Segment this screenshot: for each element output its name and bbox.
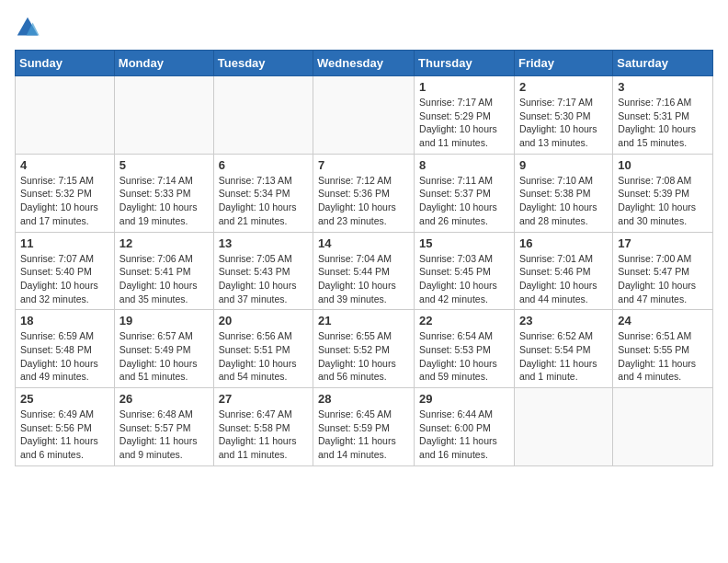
day-number: 26 [119,392,209,406]
calendar-cell [313,76,415,155]
day-number: 2 [519,80,608,94]
day-number: 19 [119,314,209,327]
calendar-cell: 22Sunrise: 6:54 AM Sunset: 5:53 PM Dayli… [415,310,515,388]
calendar-cell: 17Sunrise: 7:00 AM Sunset: 5:47 PM Dayli… [613,232,713,310]
day-number: 10 [618,158,708,172]
calendar-cell: 2Sunrise: 7:17 AM Sunset: 5:30 PM Daylig… [514,76,612,155]
calendar-cell: 19Sunrise: 6:57 AM Sunset: 5:49 PM Dayli… [114,310,213,388]
day-number: 17 [618,236,708,250]
day-info: Sunrise: 6:45 AM Sunset: 5:59 PM Dayligh… [318,408,409,462]
day-number: 24 [618,314,708,327]
weekday-header-monday: Monday [114,51,213,76]
day-number: 8 [419,158,509,172]
calendar-week-1: 1Sunrise: 7:17 AM Sunset: 5:29 PM Daylig… [16,76,713,155]
day-number: 20 [219,314,308,327]
calendar-cell: 27Sunrise: 6:47 AM Sunset: 5:58 PM Dayli… [213,388,313,466]
day-info: Sunrise: 6:55 AM Sunset: 5:52 PM Dayligh… [318,329,409,384]
day-info: Sunrise: 6:52 AM Sunset: 5:54 PM Dayligh… [519,329,608,384]
day-number: 29 [419,392,509,406]
day-info: Sunrise: 6:51 AM Sunset: 5:55 PM Dayligh… [618,329,708,384]
day-info: Sunrise: 7:07 AM Sunset: 5:40 PM Dayligh… [20,252,109,306]
day-info: Sunrise: 6:44 AM Sunset: 6:00 PM Dayligh… [419,408,509,462]
day-info: Sunrise: 7:14 AM Sunset: 5:33 PM Dayligh… [119,174,209,228]
day-info: Sunrise: 6:57 AM Sunset: 5:49 PM Dayligh… [119,329,209,384]
weekday-header-friday: Friday [514,51,612,76]
weekday-header-saturday: Saturday [613,51,713,76]
day-number: 3 [618,80,708,94]
calendar-cell: 12Sunrise: 7:06 AM Sunset: 5:41 PM Dayli… [114,232,213,310]
calendar-cell: 8Sunrise: 7:11 AM Sunset: 5:37 PM Daylig… [415,154,515,232]
day-number: 28 [318,392,409,406]
day-info: Sunrise: 6:49 AM Sunset: 5:56 PM Dayligh… [20,408,109,462]
calendar-cell [213,76,313,155]
calendar-week-5: 25Sunrise: 6:49 AM Sunset: 5:56 PM Dayli… [16,388,713,466]
day-info: Sunrise: 6:54 AM Sunset: 5:53 PM Dayligh… [419,329,509,384]
day-info: Sunrise: 6:56 AM Sunset: 5:51 PM Dayligh… [219,329,308,384]
day-info: Sunrise: 7:00 AM Sunset: 5:47 PM Dayligh… [618,252,708,306]
weekday-header-row: SundayMondayTuesdayWednesdayThursdayFrid… [16,51,713,76]
day-info: Sunrise: 7:05 AM Sunset: 5:43 PM Dayligh… [219,252,308,306]
calendar-cell: 11Sunrise: 7:07 AM Sunset: 5:40 PM Dayli… [16,232,115,310]
day-info: Sunrise: 6:59 AM Sunset: 5:48 PM Dayligh… [20,329,109,384]
calendar-cell: 4Sunrise: 7:15 AM Sunset: 5:32 PM Daylig… [16,154,115,232]
calendar-cell: 20Sunrise: 6:56 AM Sunset: 5:51 PM Dayli… [213,310,313,388]
calendar-cell: 28Sunrise: 6:45 AM Sunset: 5:59 PM Dayli… [313,388,415,466]
day-info: Sunrise: 7:11 AM Sunset: 5:37 PM Dayligh… [419,174,509,228]
calendar-cell: 3Sunrise: 7:16 AM Sunset: 5:31 PM Daylig… [613,76,713,155]
calendar-cell [114,76,213,155]
day-number: 4 [20,158,109,172]
day-number: 18 [20,314,109,327]
day-number: 22 [419,314,509,327]
calendar-week-4: 18Sunrise: 6:59 AM Sunset: 5:48 PM Dayli… [16,310,713,388]
header [15,15,713,40]
day-number: 23 [519,314,608,327]
day-info: Sunrise: 7:10 AM Sunset: 5:38 PM Dayligh… [519,174,608,228]
day-number: 21 [318,314,409,327]
calendar-cell [16,76,115,155]
calendar-cell: 6Sunrise: 7:13 AM Sunset: 5:34 PM Daylig… [213,154,313,232]
calendar-cell [514,388,612,466]
calendar-week-2: 4Sunrise: 7:15 AM Sunset: 5:32 PM Daylig… [16,154,713,232]
calendar-cell: 29Sunrise: 6:44 AM Sunset: 6:00 PM Dayli… [415,388,515,466]
day-info: Sunrise: 6:48 AM Sunset: 5:57 PM Dayligh… [119,408,209,462]
day-info: Sunrise: 7:03 AM Sunset: 5:45 PM Dayligh… [419,252,509,306]
day-number: 15 [419,236,509,250]
day-number: 11 [20,236,109,250]
day-info: Sunrise: 7:17 AM Sunset: 5:29 PM Dayligh… [419,96,509,150]
logo [15,15,44,40]
calendar-cell: 25Sunrise: 6:49 AM Sunset: 5:56 PM Dayli… [16,388,115,466]
day-info: Sunrise: 7:12 AM Sunset: 5:36 PM Dayligh… [318,174,409,228]
day-number: 7 [318,158,409,172]
calendar-week-3: 11Sunrise: 7:07 AM Sunset: 5:40 PM Dayli… [16,232,713,310]
day-number: 6 [219,158,308,172]
calendar-cell [613,388,713,466]
day-number: 9 [519,158,608,172]
day-number: 27 [219,392,308,406]
day-info: Sunrise: 7:15 AM Sunset: 5:32 PM Dayligh… [20,174,109,228]
day-info: Sunrise: 7:17 AM Sunset: 5:30 PM Dayligh… [519,96,608,150]
calendar-cell: 21Sunrise: 6:55 AM Sunset: 5:52 PM Dayli… [313,310,415,388]
day-number: 5 [119,158,209,172]
weekday-header-tuesday: Tuesday [213,51,313,76]
calendar-cell: 14Sunrise: 7:04 AM Sunset: 5:44 PM Dayli… [313,232,415,310]
day-number: 13 [219,236,308,250]
calendar-table: SundayMondayTuesdayWednesdayThursdayFrid… [15,50,713,466]
day-number: 14 [318,236,409,250]
logo-icon [15,15,40,40]
calendar-cell: 5Sunrise: 7:14 AM Sunset: 5:33 PM Daylig… [114,154,213,232]
day-number: 25 [20,392,109,406]
calendar-cell: 24Sunrise: 6:51 AM Sunset: 5:55 PM Dayli… [613,310,713,388]
day-info: Sunrise: 7:16 AM Sunset: 5:31 PM Dayligh… [618,96,708,150]
day-info: Sunrise: 6:47 AM Sunset: 5:58 PM Dayligh… [219,408,308,462]
calendar-cell: 15Sunrise: 7:03 AM Sunset: 5:45 PM Dayli… [415,232,515,310]
day-info: Sunrise: 7:06 AM Sunset: 5:41 PM Dayligh… [119,252,209,306]
calendar-cell: 13Sunrise: 7:05 AM Sunset: 5:43 PM Dayli… [213,232,313,310]
calendar-cell: 7Sunrise: 7:12 AM Sunset: 5:36 PM Daylig… [313,154,415,232]
weekday-header-thursday: Thursday [415,51,515,76]
calendar-cell: 18Sunrise: 6:59 AM Sunset: 5:48 PM Dayli… [16,310,115,388]
day-number: 1 [419,80,509,94]
calendar-cell: 9Sunrise: 7:10 AM Sunset: 5:38 PM Daylig… [514,154,612,232]
weekday-header-wednesday: Wednesday [313,51,415,76]
day-info: Sunrise: 7:08 AM Sunset: 5:39 PM Dayligh… [618,174,708,228]
weekday-header-sunday: Sunday [16,51,115,76]
